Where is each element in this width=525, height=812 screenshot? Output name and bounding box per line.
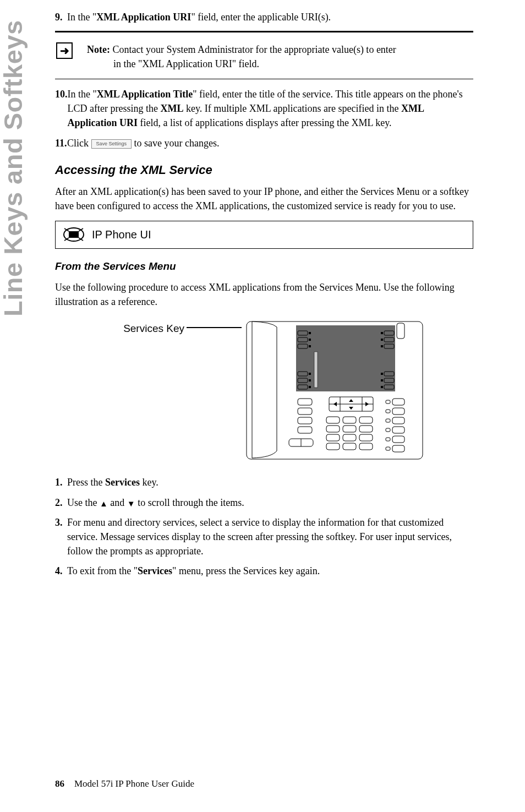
- svg-rect-17: [381, 339, 383, 341]
- heading-accessing-xml: Accessing the XML Service: [55, 161, 473, 179]
- page-number: 86: [55, 778, 64, 789]
- step-10: 10. In the "XML Application Title" field…: [55, 87, 473, 130]
- phone-figure: Services Key: [55, 319, 473, 462]
- text: " field, enter the applicable URI(s).: [191, 12, 331, 23]
- svg-rect-31: [381, 386, 383, 388]
- text: Use the: [67, 497, 100, 508]
- svg-rect-23: [309, 379, 311, 382]
- note-text: Note: Contact your System Administrator …: [87, 42, 473, 71]
- services-key-label: Services Key: [55, 321, 184, 336]
- step-text: In the "XML Application URI" field, ente…: [67, 10, 473, 24]
- text: to save your changes.: [132, 138, 219, 149]
- item-number: 4.: [55, 564, 67, 578]
- text: Click: [67, 138, 91, 149]
- svg-rect-32: [314, 352, 318, 388]
- page-content: 9. In the "XML Application URI" field, e…: [55, 10, 473, 584]
- list-item-1: 1. Press the Services key.: [55, 475, 473, 489]
- nav-up-icon: ▲: [100, 499, 108, 508]
- text: key. If multiple XML applications are sp…: [183, 103, 401, 114]
- step-text: Click Save Settings to save your changes…: [67, 136, 473, 150]
- note-label: Note:: [87, 44, 110, 55]
- svg-rect-1: [69, 231, 79, 238]
- page-footer: 86Model 57i IP Phone User Guide: [55, 777, 194, 791]
- ip-phone-ui-label: IP Phone UI: [92, 227, 151, 243]
- text: field, a list of applications displays a…: [138, 117, 392, 128]
- svg-rect-29: [381, 379, 383, 382]
- svg-rect-27: [381, 373, 383, 375]
- note-block: ➜ Note: Contact your System Administrato…: [55, 31, 473, 79]
- text: To exit from the ": [67, 565, 138, 576]
- text: Press the: [67, 477, 105, 488]
- bold: XML: [160, 103, 183, 114]
- heading-services-menu: From the Services Menu: [55, 259, 473, 274]
- svg-rect-15: [381, 332, 383, 334]
- leader-line: [187, 327, 242, 328]
- text: in the "XML Application URI" field.: [113, 57, 473, 71]
- svg-rect-9: [309, 332, 311, 334]
- phone-ui-icon: [63, 227, 84, 242]
- step-text: In the "XML Application Title" field, en…: [68, 87, 474, 130]
- arrow-right-icon: ➜: [56, 42, 73, 59]
- svg-rect-67: [397, 323, 404, 339]
- paragraph: Use the following procedure to access XM…: [55, 280, 473, 309]
- phone-illustration: [244, 319, 425, 462]
- text: In the ": [68, 89, 97, 100]
- item-text: For menu and directory services, select …: [67, 515, 473, 558]
- text: and: [108, 497, 127, 508]
- text: to scroll through the items.: [135, 497, 244, 508]
- sidebar-section-title: Line Keys and Softkeys: [0, 20, 32, 317]
- step-number: 10.: [55, 87, 68, 130]
- bold: XML Application URI: [96, 12, 191, 23]
- list-item-2: 2. Use the ▲ and ▼ to scroll through the…: [55, 495, 473, 510]
- svg-rect-13: [309, 345, 311, 347]
- bold: Services: [138, 565, 172, 576]
- item-text: Use the ▲ and ▼ to scroll through the it…: [67, 495, 473, 510]
- svg-rect-25: [309, 386, 311, 388]
- item-number: 1.: [55, 475, 67, 489]
- footer-title: Model 57i IP Phone User Guide: [74, 778, 194, 789]
- svg-rect-21: [309, 373, 311, 375]
- item-number: 3.: [55, 515, 67, 558]
- bold: Services: [105, 477, 140, 488]
- bold: XML Application Title: [97, 89, 193, 100]
- step-11: 11. Click Save Settings to save your cha…: [55, 136, 473, 150]
- svg-rect-19: [381, 345, 383, 347]
- text: key.: [140, 477, 158, 488]
- step-number: 11.: [55, 136, 67, 150]
- item-number: 2.: [55, 495, 67, 510]
- item-text: Press the Services key.: [67, 475, 473, 489]
- text: In the ": [67, 12, 96, 23]
- ip-phone-ui-box: IP Phone UI: [55, 221, 473, 249]
- nav-down-icon: ▼: [127, 499, 135, 508]
- step-number: 9.: [55, 10, 67, 24]
- svg-rect-11: [309, 339, 311, 341]
- list-item-4: 4. To exit from the "Services" menu, pre…: [55, 564, 473, 578]
- save-settings-button-inline: Save Settings: [91, 139, 132, 149]
- step-9: 9. In the "XML Application URI" field, e…: [55, 10, 473, 24]
- paragraph: After an XML application(s) has been sav…: [55, 184, 473, 213]
- text: " menu, press the Services key again.: [172, 565, 320, 576]
- item-text: To exit from the "Services" menu, press …: [67, 564, 473, 578]
- list-item-3: 3. For menu and directory services, sele…: [55, 515, 473, 558]
- text: Contact your System Administrator for th…: [110, 44, 396, 55]
